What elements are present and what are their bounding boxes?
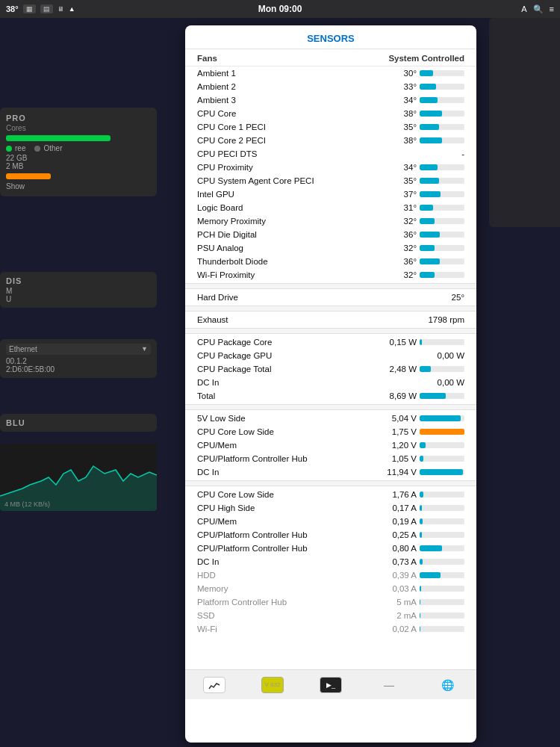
current-value-container: 0,02 A — [372, 624, 464, 633]
temp-row: Thunderbolt Diode 36° — [185, 255, 476, 268]
hamburger-icon[interactable]: ≡ — [550, 4, 554, 13]
sensors-panel[interactable]: SENSORS Fans System Controlled Ambient 1… — [185, 25, 476, 743]
temp-bar — [420, 137, 442, 143]
exhaust-name: Exhaust — [197, 315, 375, 324]
current-row: CPU/Platform Controller Hub 0,25 A — [185, 528, 476, 542]
exhaust-value: 1798 rpm — [420, 315, 464, 324]
free-label: ree — [15, 144, 25, 152]
current-bar-bg — [420, 572, 464, 578]
temp-bar — [420, 272, 435, 278]
temp-value: 32° — [372, 270, 417, 279]
divider-3 — [185, 328, 476, 334]
divider-1 — [185, 283, 476, 289]
temp-name: PSU Analog — [197, 244, 372, 252]
temp-bar-bg — [420, 191, 464, 197]
current-section: CPU Core Low Side 1,76 A CPU High Side 0… — [185, 488, 476, 636]
current-value-container: 0,03 A — [372, 584, 464, 593]
voltage-value: 1,05 V — [372, 454, 417, 463]
temp-value-container: 32° — [372, 217, 464, 226]
voltage-bar — [420, 456, 423, 462]
temp-name: CPU Core 2 PECI — [197, 136, 372, 145]
temp-name: Thunderbolt Diode — [197, 257, 372, 266]
voltage-bar — [420, 415, 461, 421]
temp-name: Ambient 3 — [197, 96, 372, 105]
current-value-container: 5 mA — [372, 598, 464, 607]
sensors-header: Fans System Controlled — [185, 49, 476, 66]
temp-value-container: - — [375, 149, 464, 158]
sensors-title: SENSORS — [185, 25, 476, 49]
power-value: 0,00 W — [420, 351, 464, 360]
voltage-bar-bg — [420, 456, 464, 462]
temp-value: 38° — [372, 109, 417, 118]
voltage-value: 5,04 V — [372, 414, 417, 423]
current-bar-bg — [420, 545, 464, 551]
temp-row: PCH Die Digital 36° — [185, 228, 476, 241]
hard-drive-value: 25° — [420, 293, 464, 302]
temp-row: CPU Proximity 34° — [185, 161, 476, 174]
voltage-value: 1,20 V — [372, 441, 417, 450]
free-dot — [6, 146, 12, 152]
temp-row: PSU Analog 32° — [185, 241, 476, 255]
show-label[interactable]: Show — [6, 182, 151, 190]
sensors-content: SENSORS Fans System Controlled Ambient 1… — [185, 25, 476, 669]
ethernet-label: Ethernet — [9, 345, 37, 353]
voltage-name: DC In — [197, 468, 372, 477]
current-bar — [420, 532, 422, 538]
current-row: CPU/Platform Controller Hub 0,80 A — [185, 542, 476, 555]
left-panel: PRO Cores ree Other 22 GB 2 MB Show DIS … — [0, 18, 161, 747]
pro-label: PRO — [6, 114, 151, 123]
dis-u: U — [6, 295, 151, 303]
temp-row: Wi-Fi Proximity 32° — [185, 268, 476, 282]
temp-bar — [420, 84, 436, 90]
toolbar-btn-chart[interactable] — [203, 677, 225, 693]
temp-value-container: 34° — [372, 163, 464, 172]
toolbar-btn-terminal[interactable]: ▶_ — [320, 677, 342, 693]
temp-row: Ambient 3 34° — [185, 93, 476, 107]
toolbar-btn-v832[interactable]: V 832 — [261, 677, 284, 693]
ethernet-arrow: ▼ — [141, 345, 148, 353]
current-value-container: 0,17 A — [372, 503, 464, 512]
temp-value: 38° — [372, 136, 417, 145]
temp-value: 30° — [372, 69, 417, 78]
temp-name: Wi-Fi Proximity — [197, 270, 372, 279]
power-row: CPU Package GPU 0,00 W — [185, 349, 476, 362]
temp-value-container: 36° — [372, 257, 464, 266]
network-section: Ethernet ▼ 00.1.2 2:D6:0E:5B:00 — [0, 339, 157, 378]
voltage-value-container: 11,94 V — [372, 468, 464, 477]
temp-bar-bg — [420, 205, 464, 211]
other-label: Other — [43, 144, 62, 152]
temp-value: - — [420, 149, 464, 158]
power-bar — [420, 366, 431, 372]
temp-value: 34° — [372, 163, 417, 172]
power-name: Total — [197, 391, 372, 400]
orange-bar — [6, 173, 51, 179]
temp-value: 32° — [372, 244, 417, 252]
temp-bar — [420, 191, 441, 197]
gb-value: 22 GB — [6, 154, 151, 162]
power-bar — [420, 339, 422, 345]
voltage-bar — [420, 429, 464, 435]
fans-header: Fans — [197, 54, 217, 63]
voltage-value-container: 1,75 V — [372, 427, 464, 436]
search-icon[interactable]: 🔍 — [533, 4, 544, 14]
temp-row: CPU System Agent Core PECI 35° — [185, 174, 476, 187]
temp-bar — [420, 205, 433, 211]
current-name: CPU High Side — [197, 503, 372, 512]
current-value: 0,73 A — [372, 557, 417, 566]
power-value: 0,15 W — [372, 338, 417, 347]
temp-row: Ambient 2 33° — [185, 80, 476, 93]
current-bar-bg — [420, 505, 464, 511]
current-bar-bg — [420, 518, 464, 524]
power-bar-bg — [420, 393, 464, 399]
current-row: DC In 0,73 A — [185, 555, 476, 568]
voltage-row: 5V Low Side 5,04 V — [185, 412, 476, 425]
voltage-row: CPU/Mem 1,20 V — [185, 438, 476, 452]
current-name: DC In — [197, 557, 372, 566]
toolbar-btn-globe[interactable]: 🌐 — [436, 677, 458, 693]
temp-row: CPU Core 2 PECI 38° — [185, 134, 476, 147]
current-row: Memory 0,03 A — [185, 582, 476, 595]
menu-icon-1: ▦ — [23, 4, 36, 13]
temp-bar-bg — [420, 97, 464, 103]
current-bar — [420, 559, 423, 565]
temp-name: Ambient 1 — [197, 69, 372, 78]
